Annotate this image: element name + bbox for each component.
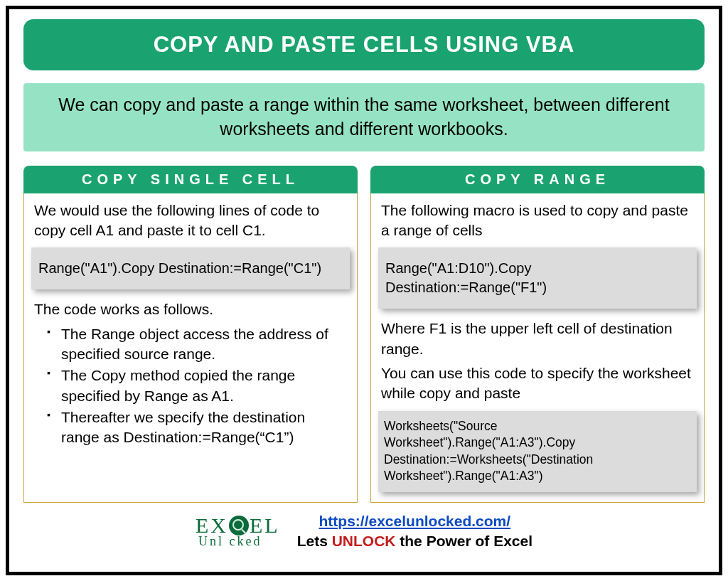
left-code-block: Range("A1").Copy Destination:=Range("C1"…	[31, 247, 350, 289]
footer-url-link[interactable]: https://excelunlocked.com/	[319, 513, 511, 529]
list-item: The Range object access the address of s…	[47, 324, 347, 365]
logo-text-left: EX	[196, 515, 228, 536]
footer-text: https://excelunlocked.com/ Lets UNLOCK t…	[297, 511, 532, 552]
document-frame: COPY AND PASTE CELLS USING VBA We can co…	[6, 6, 722, 575]
right-code-block-1: Range("A1:D10").Copy Destination:=Range(…	[378, 247, 697, 309]
magnifier-icon	[229, 516, 249, 535]
left-heading: COPY SINGLE CELL	[23, 166, 358, 193]
tagline-unlock: UNLOCK	[332, 533, 396, 549]
right-explain-2: You can use this code to specify the wor…	[381, 363, 694, 404]
right-intro: The following macro is used to copy and …	[381, 201, 694, 241]
left-bullet-list: The Range object access the address of s…	[34, 324, 347, 448]
page-title: COPY AND PASTE CELLS USING VBA	[23, 19, 705, 70]
left-body: We would use the following lines of code…	[23, 193, 358, 503]
tagline-post: the Power of Excel	[395, 533, 532, 549]
brand-logo: EX EL Unl cked	[196, 515, 280, 548]
list-item: The Copy method copied the range specifi…	[47, 366, 347, 406]
column-right: COPY RANGE The following macro is used t…	[370, 166, 705, 503]
right-explain-1: Where F1 is the upper left cell of desti…	[381, 319, 694, 359]
footer: EX EL Unl cked https://excelunlocked.com…	[23, 507, 705, 552]
right-code-block-2: Worksheets("Source Worksheet").Range("A1…	[378, 411, 697, 493]
logo-top-row: EX EL	[196, 515, 280, 536]
right-heading: COPY RANGE	[370, 166, 705, 193]
left-intro: We would use the following lines of code…	[34, 201, 347, 241]
logo-text-right: EL	[250, 515, 280, 536]
list-item: Thereafter we specify the destination ra…	[47, 407, 347, 448]
right-body: The following macro is used to copy and …	[370, 193, 705, 503]
page-subtitle: We can copy and paste a range within the…	[23, 83, 705, 151]
left-explain: The code works as follows.	[34, 299, 347, 319]
column-left: COPY SINGLE CELL We would use the follow…	[23, 166, 358, 503]
logo-bottom-row: Unl cked	[196, 535, 280, 548]
content-columns: COPY SINGLE CELL We would use the follow…	[23, 166, 705, 503]
tagline-pre: Lets	[297, 533, 332, 549]
